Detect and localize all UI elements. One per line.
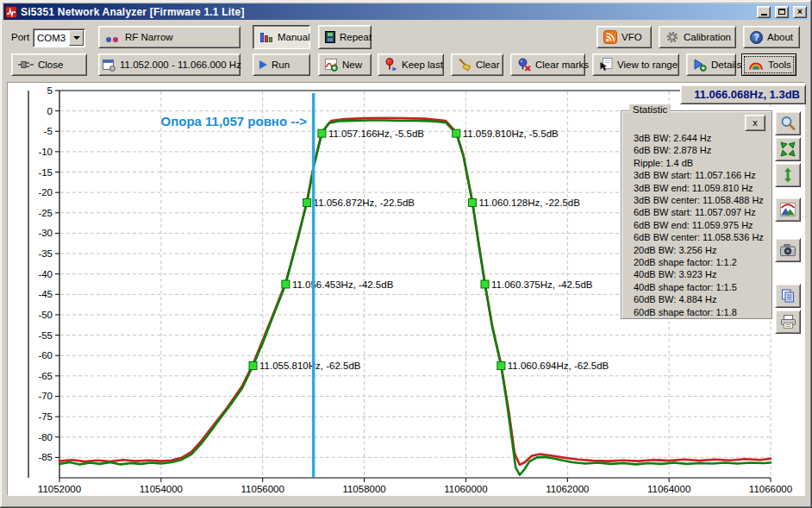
fit-vertical-button[interactable] [775, 163, 801, 187]
marker-point[interactable] [249, 362, 257, 370]
statistic-lines: 3dB BW: 2.644 Hz6dB BW: 2.878 HzRipple: … [634, 132, 768, 318]
y-axis-tick-label: -25 [38, 208, 53, 218]
marker-label: 11.060.694Hz, -62.5dB [508, 361, 609, 371]
app-icon [5, 6, 17, 18]
manual-mode-button[interactable]: Manual [253, 25, 310, 49]
port-combobox[interactable]: COM3 [33, 28, 85, 47]
port-value: COM3 [34, 33, 69, 43]
close-window-button[interactable]: × [793, 6, 807, 18]
statistic-line: 6dB BW end: 11.059.975 Hz [634, 219, 768, 231]
statistic-line: 3dB BW: 2.644 Hz [634, 132, 768, 144]
marker-label: 11.056.872Hz, -22.5dB [314, 198, 415, 208]
y-axis-tick-label: -40 [38, 269, 53, 279]
statistic-line: 40dB BW: 3.923 Hz [634, 268, 768, 280]
statistic-line: 20dB shape factor: 1:1.2 [634, 256, 768, 268]
marker-point[interactable] [453, 129, 460, 137]
view-range-icon [599, 58, 613, 72]
statistic-line: 6dB BW start: 11.057.097 Hz [634, 206, 768, 218]
pin-clear-icon [517, 58, 531, 72]
graph-mode-button[interactable] [775, 198, 801, 222]
statistic-title: Statistic [629, 104, 671, 115]
vfo-button[interactable]: VFO [597, 26, 652, 48]
y-axis-tick-label: -75 [38, 411, 53, 422]
y-axis-tick-label: -80 [38, 432, 53, 442]
magnifier-icon [780, 116, 796, 131]
calibration-button[interactable]: Calibration [659, 26, 736, 48]
minimize-icon [761, 14, 767, 16]
view-to-range-button[interactable]: View to range [592, 53, 679, 76]
marker-point[interactable] [318, 129, 326, 137]
minimize-button[interactable] [757, 6, 771, 18]
repeat-mode-button[interactable]: Repeat [318, 25, 372, 49]
y-axis-tick-label: -60 [38, 350, 53, 361]
y-axis-tick-label: -50 [38, 310, 53, 320]
y-axis-tick-label: -10 [38, 147, 53, 157]
y-axis-tick-label: 5 [47, 85, 53, 96]
title-bar[interactable]: Si5351 Network Analyzer [Firmware 1.1 Li… [3, 3, 809, 20]
marker-label: 11.059.810Hz, -5.5dB [463, 129, 559, 139]
y-axis-tick-label: -85 [38, 452, 53, 462]
details-button[interactable]: Details [686, 53, 736, 76]
marker-point[interactable] [282, 280, 290, 288]
y-axis-tick-label: -35 [38, 248, 53, 259]
markers[interactable]: 11.057.166Hz, -5.5dB11.059.810Hz, -5.5dB… [249, 129, 609, 371]
clear-marks-button[interactable]: Clear marks [510, 53, 585, 76]
y-axis-tick-label: -65 [38, 371, 53, 381]
marker-point[interactable] [468, 198, 476, 206]
clear-button[interactable]: Clear [451, 53, 503, 76]
plug-icon [18, 60, 34, 69]
tools-button[interactable]: Tools [741, 53, 796, 76]
marker-point[interactable] [481, 280, 489, 288]
statistic-line: 6dB BW: 2.878 Hz [634, 144, 768, 156]
marker-label: 11.060.128Hz, -22.5dB [478, 198, 580, 208]
marker-label: 11.060.375Hz, -42.5dB [491, 279, 593, 290]
statistic-line: 40dB shape factor: 1:1.5 [634, 281, 768, 293]
marker-label: 11.056.453Hz, -42.5dB [292, 279, 394, 290]
marker-point[interactable] [303, 198, 311, 206]
fit-screen-button[interactable] [775, 137, 801, 161]
run-button[interactable]: Run [253, 53, 310, 76]
screenshot-button[interactable] [775, 238, 801, 262]
keep-last-button[interactable]: Keep last [378, 53, 444, 76]
bar-chart-icon [259, 32, 273, 43]
reference-annotation: Опора 11,057 ровно --> [161, 114, 308, 129]
x-axis-tick-label: 11054000 [140, 484, 183, 494]
window-title: Si5351 Network Analyzer [Firmware 1.1 Li… [21, 6, 753, 18]
y-axis-tick-label: 0 [47, 106, 53, 116]
statistic-close-button[interactable]: x [745, 115, 765, 131]
new-button[interactable]: New [318, 53, 372, 76]
about-button[interactable]: ? About [743, 26, 800, 48]
y-axis-tick-label: -70 [38, 391, 53, 401]
copy-icon [781, 289, 795, 303]
app-window: Si5351 Network Analyzer [Firmware 1.1 Li… [0, 0, 812, 508]
zoom-tool-button[interactable] [775, 111, 801, 135]
rf-narrow-button[interactable]: RF Narrow [98, 26, 240, 48]
statistic-line: 3dB BW start: 11.057.166 Hz [634, 169, 768, 181]
frequency-window-icon [103, 59, 116, 72]
copy-button[interactable] [775, 284, 801, 308]
x-axis-tick-label: 11056000 [241, 484, 284, 494]
x-axis-tick-label: 11060000 [444, 484, 487, 494]
statistic-line: 60dB shape factor: 1:1.8 [634, 306, 768, 318]
x-axis-tick-label: 11064000 [647, 484, 690, 494]
maximize-button[interactable] [775, 6, 789, 18]
y-axis-tick-label: -15 [38, 167, 53, 178]
details-icon [693, 59, 707, 71]
maximize-icon [778, 9, 785, 15]
statistic-line: 60dB BW: 4.884 Hz [634, 293, 768, 305]
export-button[interactable] [775, 310, 801, 334]
y-axis-tick-label: -30 [38, 228, 53, 238]
chart-panel: 50-5-10-15-20-25-30-35-40-45-50-55-60-65… [7, 82, 805, 496]
x-axis-tick-label: 11062000 [546, 484, 589, 494]
y-axis-tick-label: -55 [38, 330, 53, 341]
marker-point[interactable] [497, 362, 505, 370]
statistic-line: 20dB BW: 3.256 Hz [634, 244, 768, 256]
graph-icon [780, 203, 796, 216]
dropdown-arrow-icon[interactable] [69, 30, 84, 46]
y-axis-tick-label: -5 [44, 126, 53, 136]
filmstrip-icon [325, 31, 335, 43]
close-port-button[interactable]: Close [11, 53, 87, 76]
print-icon [781, 315, 796, 329]
gear-icon [665, 30, 679, 44]
frequency-range-button[interactable]: 11.052.000 - 11.066.000 Hz [98, 53, 240, 76]
